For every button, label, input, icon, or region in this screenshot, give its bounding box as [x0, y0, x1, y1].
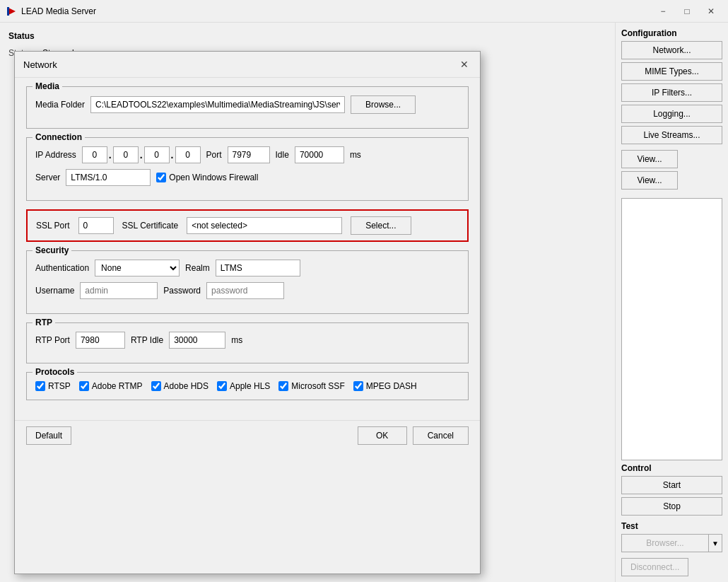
ssl-port-input[interactable]	[78, 217, 114, 234]
test-title: Test	[621, 521, 722, 531]
port-input[interactable]	[228, 146, 270, 163]
dialog-title: Network	[23, 59, 57, 70]
mpeg-dash-checkbox[interactable]	[353, 381, 363, 391]
mpeg-dash-label[interactable]: MPEG DASH	[353, 381, 417, 391]
username-input[interactable]	[80, 282, 158, 299]
media-group-label: Media	[33, 81, 62, 91]
mime-types-button[interactable]: MIME Types...	[621, 62, 722, 81]
stop-button[interactable]: Stop	[621, 497, 722, 516]
adobe-hds-label[interactable]: Adobe HDS	[151, 381, 209, 391]
log-area	[621, 198, 722, 460]
rtp-port-input[interactable]	[76, 332, 125, 349]
select-button[interactable]: Select...	[351, 216, 411, 235]
browser-main-button[interactable]: Browser...	[621, 534, 708, 552]
connection-group-content: IP Address . . . Por	[35, 146, 459, 186]
apple-hls-checkbox[interactable]	[217, 381, 227, 391]
browser-btn-group: Browser... ▼	[621, 534, 722, 552]
microsoft-ssf-text: Microsoft SSF	[291, 381, 344, 391]
window-controls: − □ ✕	[652, 4, 722, 18]
security-group: Security Authentication None Basic Diges…	[26, 250, 469, 314]
idle-unit: ms	[350, 150, 361, 160]
network-config-button[interactable]: Network...	[621, 41, 722, 59]
disconnect-button[interactable]: Disconnect...	[621, 558, 688, 576]
rtp-group-content: RTP Port RTP Idle ms	[35, 332, 459, 349]
view-button-1[interactable]: View...	[621, 150, 678, 168]
dialog-close-button[interactable]: ✕	[457, 57, 471, 71]
ip-octet-4[interactable]	[175, 146, 201, 163]
adobe-rtmp-text: Adobe RTMP	[92, 381, 143, 391]
close-button[interactable]: ✕	[700, 4, 722, 18]
protocols-group-content: RTSP Adobe RTMP Adobe HDS	[35, 381, 459, 391]
auth-select[interactable]: None Basic Digest	[95, 260, 180, 277]
ssl-port-label: SSL Port	[36, 221, 70, 231]
realm-input[interactable]	[216, 260, 300, 277]
microsoft-ssf-label[interactable]: Microsoft SSF	[278, 381, 344, 391]
open-firewall-label[interactable]: Open Windows Firewall	[156, 173, 258, 182]
browser-dropdown-button[interactable]: ▼	[708, 534, 722, 552]
network-dialog: Network ✕ Media Media Folder Browse...	[14, 51, 481, 574]
dialog-title-bar: Network ✕	[15, 52, 480, 78]
connection-group: Connection IP Address . .	[26, 137, 469, 201]
browse-button[interactable]: Browse...	[351, 95, 416, 114]
port-label: Port	[206, 150, 222, 160]
username-label: Username	[35, 286, 74, 296]
rtp-idle-label: RTP Idle	[131, 335, 163, 345]
password-input[interactable]	[206, 282, 284, 299]
media-folder-input[interactable]	[90, 96, 345, 113]
title-bar: LEAD Media Server − □ ✕	[0, 0, 728, 23]
ip-octet-3[interactable]	[144, 146, 170, 163]
media-group-content: Media Folder Browse...	[35, 95, 459, 114]
apple-hls-label[interactable]: Apple HLS	[217, 381, 270, 391]
adobe-hds-text: Adobe HDS	[164, 381, 209, 391]
adobe-rtmp-label[interactable]: Adobe RTMP	[79, 381, 143, 391]
auth-row: Authentication None Basic Digest Realm	[35, 260, 459, 277]
microsoft-ssf-checkbox[interactable]	[278, 381, 288, 391]
connection-group-label: Connection	[33, 132, 85, 142]
security-group-label: Security	[33, 245, 71, 255]
ip-octet-1[interactable]	[82, 146, 107, 163]
app-title: LEAD Media Server	[21, 6, 652, 16]
ip-group: . . .	[82, 146, 201, 163]
default-button[interactable]: Default	[26, 426, 71, 445]
disconnect-section: Disconnect...	[621, 558, 722, 576]
open-firewall-text: Open Windows Firewall	[169, 173, 258, 182]
media-folder-row: Media Folder Browse...	[35, 95, 459, 114]
start-button[interactable]: Start	[621, 476, 722, 494]
live-streams-button[interactable]: Live Streams...	[621, 126, 722, 144]
rtsp-label[interactable]: RTSP	[35, 381, 71, 391]
idle-label: Idle	[276, 150, 289, 160]
ssl-cert-input[interactable]	[187, 217, 342, 234]
minimize-button[interactable]: −	[652, 4, 674, 18]
right-panel: Configuration Network... MIME Types... I…	[615, 23, 728, 582]
protocols-group: Protocols RTSP Adobe RTMP	[26, 372, 469, 400]
rtp-idle-input[interactable]	[169, 332, 225, 349]
open-firewall-checkbox[interactable]	[156, 173, 166, 182]
view-button-2[interactable]: View...	[621, 171, 678, 190]
mpeg-dash-text: MPEG DASH	[366, 381, 417, 391]
maximize-button[interactable]: □	[676, 4, 698, 18]
left-panel: Status State Stopped Network ✕ Media	[0, 23, 615, 582]
app-icon	[6, 6, 17, 17]
logging-button[interactable]: Logging...	[621, 105, 722, 123]
ip-filters-button[interactable]: IP Filters...	[621, 83, 722, 102]
media-group: Media Media Folder Browse...	[26, 86, 469, 129]
control-title: Control	[621, 463, 722, 473]
server-label: Server	[35, 173, 60, 182]
view-buttons-container: View... View...	[621, 150, 722, 190]
ok-button[interactable]: OK	[358, 426, 407, 445]
adobe-rtmp-checkbox[interactable]	[79, 381, 89, 391]
rtsp-checkbox[interactable]	[35, 381, 45, 391]
auth-label: Authentication	[35, 263, 89, 273]
protocols-row: RTSP Adobe RTMP Adobe HDS	[35, 381, 459, 391]
rtp-idle-unit: ms	[231, 335, 242, 345]
apple-hls-text: Apple HLS	[230, 381, 270, 391]
adobe-hds-checkbox[interactable]	[151, 381, 161, 391]
ip-octet-2[interactable]	[113, 146, 139, 163]
idle-input[interactable]	[295, 146, 344, 163]
credentials-row: Username Password	[35, 282, 459, 299]
configuration-title: Configuration	[621, 28, 722, 38]
realm-label: Realm	[185, 263, 210, 273]
ssl-cert-label: SSL Certificate	[122, 221, 179, 231]
server-input[interactable]	[66, 169, 151, 186]
cancel-button[interactable]: Cancel	[413, 426, 469, 445]
